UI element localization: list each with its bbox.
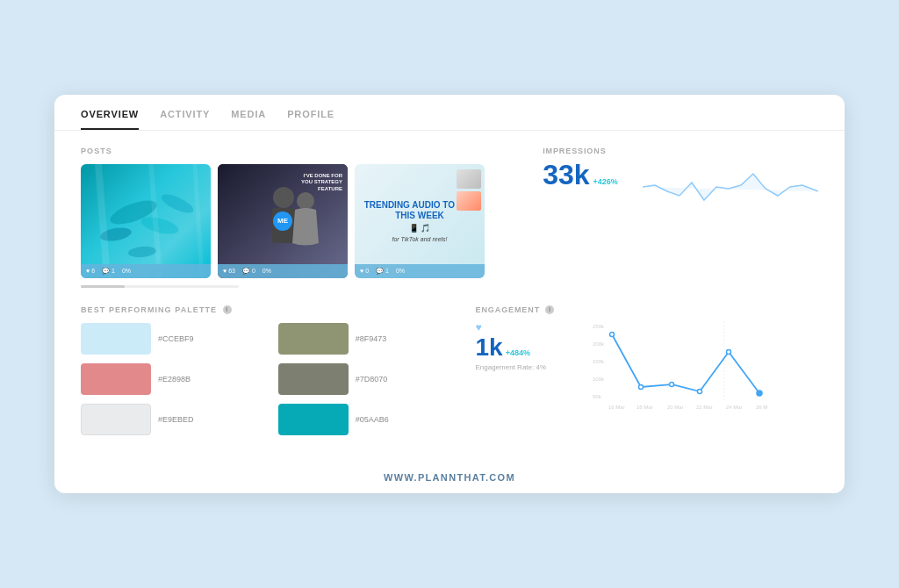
palette-label: BEST PERFORMING PALETTE i [81, 305, 458, 315]
heart-icon-1: ♥ [86, 268, 90, 274]
svg-point-28 [727, 350, 731, 355]
post-footer-2: ♥ 63 💬 0 0% [218, 264, 348, 278]
palette-item-4: #E9EBED [81, 404, 261, 435]
palette-swatch-4 [81, 404, 151, 435]
impressions-change: +426% [593, 177, 618, 186]
svg-text:16 Mar: 16 Mar [608, 405, 625, 409]
svg-text:20 Mar: 20 Mar [667, 405, 684, 409]
post-card-trending[interactable]: TRENDING AUDIO TO USE THIS WEEK 📱 🎵 for … [355, 164, 485, 278]
posts-scrollbar[interactable] [81, 285, 521, 288]
svg-text:24 Mar: 24 Mar [726, 405, 743, 409]
impressions-value: 33k [543, 161, 589, 189]
comment-icon-2: 💬 [242, 268, 250, 275]
svg-text:250k: 250k [593, 324, 605, 329]
svg-text:200k: 200k [593, 341, 605, 347]
nav-activity[interactable]: ACTIVITY [160, 109, 210, 130]
comment-icon-3: 💬 [376, 268, 384, 275]
post-reach-2: 0% [263, 268, 271, 274]
svg-line-7 [195, 164, 202, 278]
card-text-overlay: I'VE DONE FOR YOU STRATEGY FEATURE [294, 173, 342, 193]
heart-icon-engagement: ♥ [476, 321, 482, 333]
page-footer: WWW.PLANNTHAT.COM [54, 456, 845, 493]
trending-sub: for TikTok and reels! [392, 236, 447, 242]
palette-item-2: #E2898B [81, 363, 261, 395]
impressions-chart [643, 161, 818, 213]
svg-point-4 [128, 245, 157, 258]
engagement-rate: Engagement Rate: 4% [476, 363, 547, 371]
svg-line-5 [98, 164, 107, 278]
posts-section-label: POSTS [81, 147, 521, 155]
post-footer-3: ♥ 0 💬 1 0% [355, 264, 485, 278]
svg-point-3 [159, 190, 196, 217]
palette-item-3: #7D8070 [278, 363, 458, 395]
tiktok-icon: 📱 🎵 [409, 224, 431, 233]
palette-info-icon: i [223, 305, 232, 314]
impressions-info: 33k +426% [543, 161, 622, 189]
palette-hex-4: #E9EBED [158, 415, 194, 424]
impressions-label: IMPRESSIONS [543, 147, 818, 155]
svg-point-26 [670, 383, 674, 387]
app-window: OVERVIEW ACTIVITY MEDIA PROFILE POSTS [54, 95, 845, 494]
post-reach-3: 0% [396, 268, 405, 274]
palette-grid: #CCEBF9 #8F9473 #E2898B #7D8070 [81, 323, 458, 435]
svg-point-1 [140, 213, 181, 237]
nav-media[interactable]: MEDIA [231, 109, 266, 130]
engagement-value: 1k [476, 335, 503, 360]
engagement-section: ENGAGEMENT i ♥ 1k +484% Engagement Rate:… [458, 305, 818, 436]
nav-profile[interactable]: PROFILE [287, 109, 334, 130]
svg-point-25 [639, 385, 644, 390]
nav-bar: OVERVIEW ACTIVITY MEDIA PROFILE [54, 95, 845, 131]
heart-icon-3: ♥ [360, 268, 363, 274]
post-card-couple[interactable]: ME I'VE DONE FOR YOU STRATEGY FEATURE ♥ … [218, 164, 348, 278]
palette-swatch-2 [81, 363, 151, 395]
heart-icon-2: ♥ [223, 268, 227, 274]
engagement-info: ♥ 1k +484% Engagement Rate: 4% [476, 321, 547, 371]
me-badge: ME [273, 212, 292, 231]
nav-overview[interactable]: OVERVIEW [81, 109, 139, 130]
svg-text:100k: 100k [593, 376, 605, 382]
svg-text:22 Mar: 22 Mar [696, 405, 713, 409]
engagement-change: +484% [506, 348, 530, 357]
post-likes-1: ♥ 6 [86, 268, 95, 274]
post-card-underwater[interactable]: ♥ 6 💬 1 0% [81, 164, 211, 278]
engagement-label: ENGAGEMENT i [476, 305, 818, 315]
engagement-chart: 250k 200k 150k 100k 50k 16 Mar 18 Mar 20… [560, 321, 818, 409]
post-likes-2: ♥ 63 [223, 268, 235, 274]
impressions-panel: IMPRESSIONS 33k +426% [543, 147, 818, 213]
footer-url: WWW.PLANNTHAT.COM [384, 472, 515, 483]
svg-text:26 M: 26 M [756, 405, 767, 409]
posts-row: ♥ 6 💬 1 0% [81, 164, 521, 278]
palette-hex-3: #7D8070 [356, 375, 388, 384]
main-content: POSTS [54, 131, 845, 457]
engagement-row: ♥ 1k +484% Engagement Rate: 4% 250k [476, 321, 818, 409]
svg-point-11 [297, 192, 314, 210]
svg-point-9 [273, 187, 294, 208]
post-footer-1: ♥ 6 💬 1 0% [81, 264, 211, 278]
palette-item-5: #05AAB6 [278, 404, 458, 435]
svg-text:50k: 50k [593, 394, 602, 399]
post-comments-3: 💬 1 [376, 268, 389, 275]
svg-point-24 [610, 333, 615, 337]
bottom-section: BEST PERFORMING PALETTE i #CCEBF9 #8F947… [81, 305, 818, 436]
palette-swatch-5 [278, 404, 349, 435]
palette-item-1: #8F9473 [278, 323, 458, 355]
palette-swatch-0 [81, 323, 151, 355]
svg-point-27 [698, 390, 702, 394]
svg-text:18 Mar: 18 Mar [636, 405, 653, 409]
post-comments-1: 💬 1 [102, 268, 115, 275]
post-likes-3: ♥ 0 [360, 268, 369, 274]
post-comments-2: 💬 0 [242, 268, 255, 275]
trending-thumbs [457, 169, 481, 211]
palette-swatch-3 [278, 363, 349, 395]
svg-point-29 [757, 391, 762, 396]
palette-hex-1: #8F9473 [356, 334, 387, 343]
palette-section: BEST PERFORMING PALETTE i #CCEBF9 #8F947… [81, 305, 458, 436]
palette-hex-2: #E2898B [158, 375, 191, 384]
palette-hex-5: #05AAB6 [356, 415, 389, 424]
impressions-section: 33k +426% [543, 161, 818, 213]
post-reach-1: 0% [122, 268, 131, 274]
palette-swatch-1 [278, 323, 349, 355]
engagement-info-icon: i [545, 305, 554, 314]
palette-item-0: #CCEBF9 [81, 323, 261, 355]
palette-hex-0: #CCEBF9 [158, 334, 194, 343]
